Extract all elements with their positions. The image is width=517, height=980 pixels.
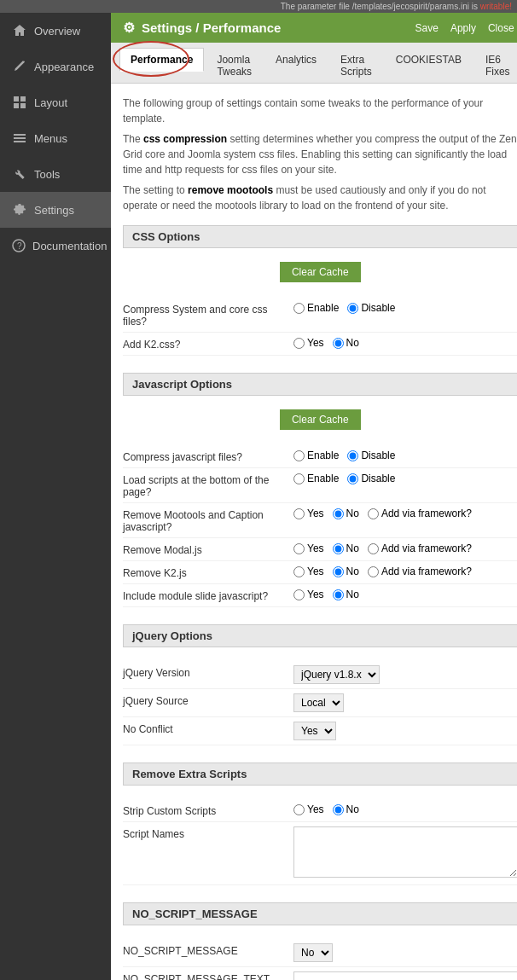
jquery-source-select[interactable]: Local bbox=[293, 693, 344, 712]
svg-rect-5 bbox=[14, 137, 26, 139]
js-option-row-6: Include module slide javascript? Yes No bbox=[123, 584, 517, 607]
jquery-source-control: Local bbox=[293, 693, 517, 712]
js-bottom-control: Enable Disable bbox=[293, 473, 517, 484]
js-option-row-5: Remove K2.js Yes No Add via framework? bbox=[123, 561, 517, 584]
css-compress-disable[interactable]: Disable bbox=[347, 302, 395, 314]
svg-text:?: ? bbox=[17, 241, 22, 251]
css-options-header: CSS Options bbox=[123, 225, 517, 248]
script-names-control bbox=[293, 826, 517, 880]
js-mootools-label: Remove Mootools and Caption javascript? bbox=[123, 507, 293, 533]
info-text-3: The setting to remove mootools must be u… bbox=[123, 183, 517, 213]
css-k2-yes[interactable]: Yes bbox=[293, 337, 324, 349]
js-k2-label: Remove K2.js bbox=[123, 565, 293, 579]
js-option-row-1: Compress javascript files? Enable Disabl… bbox=[123, 445, 517, 468]
inner-content: The following group of settings contain … bbox=[111, 84, 517, 980]
settings-icon bbox=[12, 202, 27, 217]
content-header: ⚙ Settings / Performance Save Apply Clos… bbox=[111, 13, 517, 43]
js-compress-control: Enable Disable bbox=[293, 449, 517, 461]
js-clear-cache-button[interactable]: Clear Cache bbox=[280, 409, 361, 430]
documentation-icon: ? bbox=[12, 238, 26, 253]
layout-icon bbox=[12, 95, 27, 110]
gear-icon: ⚙ bbox=[123, 20, 135, 36]
edit-icon bbox=[12, 59, 27, 74]
home-icon bbox=[12, 23, 27, 38]
svg-rect-6 bbox=[14, 141, 26, 142]
tab-analytics[interactable]: Analytics bbox=[264, 48, 328, 83]
css-clear-cache-button[interactable]: Clear Cache bbox=[280, 262, 361, 282]
sidebar-item-settings[interactable]: Settings bbox=[0, 192, 111, 228]
no-script-text-control bbox=[293, 971, 517, 980]
css-k2-control: Yes No bbox=[293, 337, 517, 349]
close-button[interactable]: Close bbox=[485, 20, 517, 36]
jquery-version-row: jQuery Version jQuery v1.8.x bbox=[123, 661, 517, 689]
sidebar-label-menus: Menus bbox=[34, 132, 67, 145]
css-k2-no[interactable]: No bbox=[333, 337, 359, 349]
tab-performance[interactable]: Performance bbox=[119, 48, 204, 71]
no-script-text-textarea[interactable] bbox=[293, 971, 517, 980]
js-option-row-3: Remove Mootools and Caption javascript? … bbox=[123, 503, 517, 538]
info-text-1: The following group of settings contain … bbox=[123, 96, 517, 126]
sidebar-item-documentation[interactable]: ? Documentation bbox=[0, 228, 111, 264]
css-option-row-2: Add K2.css? Yes No bbox=[123, 333, 517, 356]
no-script-text-row: NO_SCRIPT_MESSAGE_TEXT bbox=[123, 967, 517, 980]
jquery-source-row: jQuery Source Local bbox=[123, 689, 517, 717]
save-button[interactable]: Save bbox=[412, 20, 442, 36]
no-script-control: No bbox=[293, 943, 517, 962]
tab-joomla-tweaks[interactable]: Joomla Tweaks bbox=[206, 48, 263, 83]
tabs-bar: Performance Joomla Tweaks Analytics Extr… bbox=[111, 43, 517, 84]
svg-rect-0 bbox=[14, 96, 19, 101]
js-mootools-control: Yes No Add via framework? bbox=[293, 507, 517, 519]
sidebar-label-documentation: Documentation bbox=[32, 240, 107, 252]
top-bar-message: The parameter file /templates/jecospirit… bbox=[281, 2, 480, 11]
header-actions: Save Apply Close bbox=[412, 20, 517, 36]
tab-ie6-fixes[interactable]: IE6 Fixes bbox=[474, 48, 517, 83]
no-script-select[interactable]: No bbox=[293, 943, 333, 962]
info-text-2: The css compression setting determines w… bbox=[123, 131, 517, 177]
sidebar-item-layout[interactable]: Layout bbox=[0, 84, 111, 120]
no-script-label: NO_SCRIPT_MESSAGE bbox=[123, 943, 293, 957]
writable-link[interactable]: writable! bbox=[480, 2, 512, 11]
sidebar-label-appearance: Appearance bbox=[34, 61, 94, 73]
jquery-noconflict-label: No Conflict bbox=[123, 722, 293, 735]
no-script-header: NO_SCRIPT_MESSAGE bbox=[123, 902, 517, 925]
jquery-source-label: jQuery Source bbox=[123, 693, 293, 707]
css-k2-label: Add K2.css? bbox=[123, 337, 293, 351]
sidebar-item-tools[interactable]: Tools bbox=[0, 156, 111, 192]
tools-icon bbox=[12, 166, 27, 182]
svg-rect-3 bbox=[20, 103, 26, 108]
js-compress-label: Compress javascript files? bbox=[123, 449, 293, 463]
sidebar-item-menus[interactable]: Menus bbox=[0, 120, 111, 156]
script-names-row: Script Names bbox=[123, 822, 517, 885]
sidebar-label-settings: Settings bbox=[34, 204, 74, 217]
js-bottom-label: Load scripts at the bottom of the page? bbox=[123, 473, 293, 498]
header-title-group: ⚙ Settings / Performance bbox=[123, 20, 281, 36]
css-compress-control: Enable Disable bbox=[293, 302, 517, 314]
jquery-options-header: jQuery Options bbox=[123, 624, 517, 647]
js-option-row-2: Load scripts at the bottom of the page? … bbox=[123, 468, 517, 503]
css-compress-enable[interactable]: Enable bbox=[293, 302, 339, 314]
tab-extra-scripts[interactable]: Extra Scripts bbox=[329, 48, 383, 83]
js-k2-control: Yes No Add via framework? bbox=[293, 565, 517, 577]
jquery-noconflict-select[interactable]: Yes bbox=[293, 722, 336, 740]
page-title: Settings / Performance bbox=[142, 20, 281, 35]
strip-scripts-control: Yes No bbox=[293, 803, 517, 815]
js-modal-label: Remove Modal.js bbox=[123, 542, 293, 556]
sidebar-label-overview: Overview bbox=[34, 25, 80, 38]
sidebar-item-appearance[interactable]: Appearance bbox=[0, 49, 111, 84]
main-content: ⚙ Settings / Performance Save Apply Clos… bbox=[111, 13, 517, 980]
js-slide-label: Include module slide javascript? bbox=[123, 589, 293, 602]
jquery-version-control: jQuery v1.8.x bbox=[293, 665, 517, 684]
svg-rect-4 bbox=[14, 134, 26, 136]
sidebar-item-overview[interactable]: Overview bbox=[0, 13, 111, 49]
strip-scripts-label: Strip Custom Scripts bbox=[123, 803, 293, 817]
tab-cookiestab[interactable]: COOKIESTAB bbox=[385, 48, 473, 83]
top-bar: The parameter file /templates/jecospirit… bbox=[0, 0, 517, 13]
script-names-textarea[interactable] bbox=[293, 826, 517, 878]
jquery-version-select[interactable]: jQuery v1.8.x bbox=[293, 665, 380, 684]
jquery-noconflict-row: No Conflict Yes bbox=[123, 717, 517, 745]
apply-button[interactable]: Apply bbox=[447, 20, 479, 36]
no-script-row: NO_SCRIPT_MESSAGE No bbox=[123, 939, 517, 967]
menu-icon bbox=[12, 130, 27, 146]
js-options-header: Javascript Options bbox=[123, 373, 517, 396]
js-modal-control: Yes No Add via framework? bbox=[293, 542, 517, 554]
